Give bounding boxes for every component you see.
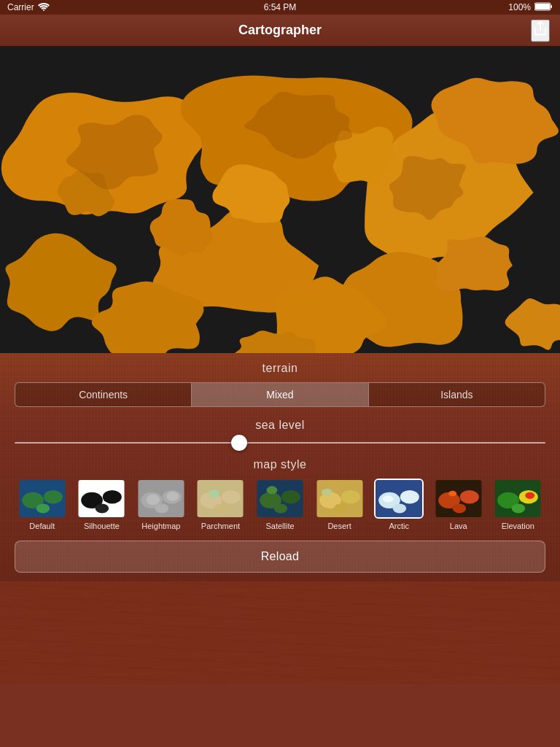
map-container[interactable] <box>0 47 560 353</box>
bottom-area <box>0 581 560 684</box>
svg-point-24 <box>209 489 220 498</box>
battery-text: 100% <box>508 2 531 12</box>
map-style-label-lava: Lava <box>450 522 467 530</box>
svg-point-48 <box>525 492 534 499</box>
map-style-heightmap[interactable]: Heightmap <box>133 479 189 530</box>
svg-rect-2 <box>551 5 552 8</box>
reload-button[interactable]: Reload <box>15 541 545 573</box>
svg-point-33 <box>333 503 347 513</box>
map-style-thumb-parchment <box>195 479 245 519</box>
map-style-label-satellite: Satellite <box>265 522 294 530</box>
svg-point-37 <box>400 490 419 504</box>
map-style-thumb-default <box>18 479 67 519</box>
svg-point-18 <box>166 492 179 501</box>
map-style-arctic[interactable]: Arctic <box>371 479 427 530</box>
terrain-label: terrain <box>15 362 545 375</box>
map-style-grid: Default Silhouette <box>15 479 545 530</box>
svg-point-9 <box>36 503 50 513</box>
svg-point-42 <box>460 490 479 504</box>
svg-point-27 <box>281 490 300 504</box>
map-style-thumb-lava <box>434 479 483 519</box>
svg-point-28 <box>266 486 277 494</box>
share-button[interactable] <box>531 19 550 42</box>
sea-level-slider-wrap <box>15 439 545 446</box>
map-style-label-arctic: Arctic <box>389 522 409 530</box>
svg-point-49 <box>512 503 526 513</box>
svg-point-0 <box>43 9 44 11</box>
map-style-label-desert: Desert <box>327 522 351 530</box>
map-style-label-silhouette: Silhouette <box>84 522 120 530</box>
map-style-thumb-desert <box>315 479 365 519</box>
map-style-section: map style Default <box>15 458 545 530</box>
map-style-satellite[interactable]: Satellite <box>252 479 308 530</box>
svg-point-32 <box>341 490 359 504</box>
map-style-label: map style <box>15 458 545 471</box>
status-right: 100% <box>508 2 553 13</box>
svg-rect-3 <box>535 4 550 9</box>
map-style-lava[interactable]: Lava <box>431 479 486 530</box>
nav-title: Cartographer <box>238 23 322 38</box>
svg-point-16 <box>147 494 160 505</box>
carrier-text: Carrier <box>7 2 34 12</box>
time-display: 6:54 PM <box>264 2 297 12</box>
status-left: Carrier <box>7 2 50 13</box>
controls-panel: terrain Continents Mixed Islands sea lev… <box>0 353 560 581</box>
battery-icon <box>534 2 553 13</box>
svg-point-23 <box>214 503 228 513</box>
status-bar: Carrier 6:54 PM 100% <box>0 0 560 15</box>
nav-bar: Cartographer <box>0 15 560 47</box>
svg-point-13 <box>96 503 109 513</box>
segment-mixed[interactable]: Mixed <box>192 383 368 406</box>
svg-point-8 <box>44 490 63 504</box>
map-style-label-elevation: Elevation <box>502 522 534 530</box>
svg-point-19 <box>155 503 169 513</box>
terrain-segment[interactable]: Continents Mixed Islands <box>15 382 545 407</box>
svg-point-34 <box>322 489 332 495</box>
map-style-thumb-elevation <box>493 479 542 519</box>
map-style-parchment[interactable]: Parchment <box>193 479 249 530</box>
segment-continents[interactable]: Continents <box>15 383 191 406</box>
map-style-default[interactable]: Default <box>15 479 70 530</box>
svg-point-38 <box>393 503 407 513</box>
map-canvas <box>0 47 560 353</box>
sea-level-slider[interactable] <box>15 442 545 444</box>
map-style-thumb-satellite <box>255 479 305 519</box>
map-style-elevation[interactable]: Elevation <box>491 479 546 530</box>
svg-point-12 <box>103 490 122 504</box>
map-style-label-default: Default <box>29 522 55 530</box>
svg-point-39 <box>383 495 394 502</box>
map-style-thumb-arctic <box>374 479 424 519</box>
wifi-icon <box>38 2 50 13</box>
map-style-desert[interactable]: Desert <box>312 479 368 530</box>
segment-islands[interactable]: Islands <box>369 383 545 406</box>
svg-point-44 <box>448 491 456 496</box>
sea-level-label: sea level <box>15 419 545 432</box>
map-style-thumb-heightmap <box>136 479 186 519</box>
map-style-label-parchment: Parchment <box>201 522 240 530</box>
svg-point-22 <box>222 490 241 504</box>
map-style-label-heightmap: Heightmap <box>141 522 180 530</box>
sea-level-section: sea level <box>15 419 545 446</box>
svg-point-43 <box>452 503 466 513</box>
map-style-thumb-silhouette <box>77 479 126 519</box>
map-style-silhouette[interactable]: Silhouette <box>74 479 130 530</box>
svg-point-29 <box>274 503 288 513</box>
